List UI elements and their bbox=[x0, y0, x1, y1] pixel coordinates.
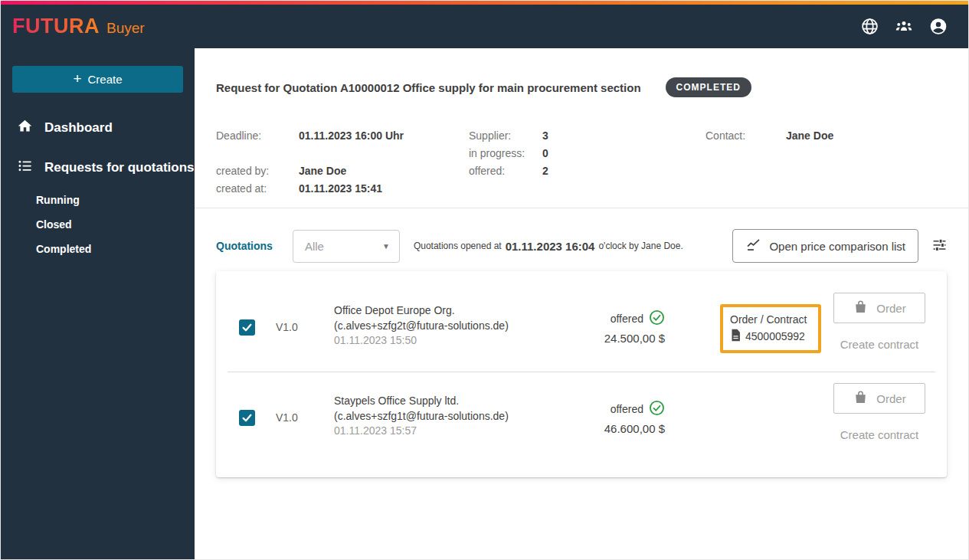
order-button-label: Order bbox=[876, 392, 905, 405]
deadline-value: 01.11.2023 16:00 Uhr bbox=[299, 129, 404, 142]
quotations-card: V1.0 Office Depot Europe Org. (c.alves+s… bbox=[216, 271, 947, 477]
offer-status: offered bbox=[611, 403, 643, 415]
create-contract-link[interactable]: Create contract bbox=[840, 428, 919, 441]
app-window: FUTURA Buyer bbox=[0, 0, 969, 560]
check-icon bbox=[241, 322, 253, 333]
title-row: Request for Quotation A10000012 Office s… bbox=[216, 77, 947, 97]
sidebar-item-label: Requests for quotations bbox=[44, 160, 195, 175]
quotation-row: V1.0 Office Depot Europe Org. (c.alves+s… bbox=[216, 282, 947, 372]
list-icon bbox=[17, 158, 33, 178]
create-contract-link[interactable]: Create contract bbox=[840, 338, 919, 351]
bag-icon bbox=[853, 299, 869, 317]
order-contract-number[interactable]: 4500005992 bbox=[745, 330, 805, 342]
main-content: Request for Quotation A10000012 Office s… bbox=[195, 48, 968, 559]
opened-suffix: o'clock by Jane Doe. bbox=[598, 241, 683, 251]
quotations-toolbar: Quotations Alle ▼ Quotations opened at 0… bbox=[216, 228, 947, 264]
supplier-info: Office Depot Europe Org. (c.alves+szfg2t… bbox=[334, 303, 587, 349]
supplier-email: (c.alves+szfg2t@futura-solutions.de) bbox=[334, 319, 587, 334]
filter-settings-button[interactable] bbox=[932, 237, 947, 254]
tune-icon bbox=[932, 237, 947, 254]
order-contract-box[interactable]: Order / Contract 4500005992 bbox=[720, 304, 821, 353]
chevron-down-icon: ▼ bbox=[382, 242, 390, 251]
open-price-comparison-label: Open price comparison list bbox=[769, 240, 905, 253]
sidebar-item-running[interactable]: Running bbox=[1, 188, 195, 212]
sidebar: + Create Dashboard bbox=[1, 48, 195, 559]
check-circle-icon bbox=[649, 309, 665, 328]
order-contract-label: Order / Contract bbox=[730, 313, 811, 326]
quotations-filter-select[interactable]: Alle ▼ bbox=[293, 230, 400, 263]
globe-icon[interactable] bbox=[859, 17, 879, 37]
created-by-value: Jane Doe bbox=[299, 165, 346, 177]
offer-status: offered bbox=[611, 313, 643, 325]
created-at-value: 01.11.2023 15:41 bbox=[299, 182, 382, 195]
sidebar-item-label: Dashboard bbox=[44, 120, 113, 136]
offer-price: 24.500,00 $ bbox=[587, 332, 665, 345]
page-title: Request for Quotation A10000012 Office s… bbox=[216, 81, 641, 94]
document-icon bbox=[730, 329, 741, 344]
chart-icon bbox=[745, 237, 761, 255]
supplier-name: Office Depot Europe Org. bbox=[334, 303, 587, 319]
quotation-checkbox[interactable] bbox=[239, 410, 255, 426]
deadline-label: Deadline: bbox=[216, 129, 261, 142]
account-icon[interactable] bbox=[928, 17, 948, 37]
plus-icon: + bbox=[73, 71, 81, 86]
sidebar-item-completed[interactable]: Completed bbox=[1, 237, 195, 261]
home-icon bbox=[17, 118, 33, 138]
section-divider bbox=[195, 208, 968, 208]
supplier-info: Staypels Office Supply ltd. (c.alves+szf… bbox=[334, 394, 587, 439]
order-button-label: Order bbox=[876, 302, 905, 315]
opened-prefix: Quotations opened at bbox=[414, 241, 502, 251]
created-at-label: created at: bbox=[216, 182, 267, 195]
sidebar-item-closed[interactable]: Closed bbox=[1, 212, 195, 237]
supplier-name: Staypels Office Supply ltd. bbox=[334, 394, 587, 409]
offer-price: 46.600,00 $ bbox=[587, 422, 665, 435]
quotations-section-label: Quotations bbox=[216, 240, 273, 252]
order-button[interactable]: Order bbox=[833, 383, 925, 414]
logo-futura-text: FUTURA bbox=[12, 15, 100, 38]
row-actions: Order Create contract bbox=[833, 383, 925, 441]
status-badge: COMPLETED bbox=[666, 77, 751, 97]
row-actions: Order Create contract bbox=[833, 293, 925, 351]
check-icon bbox=[241, 412, 253, 424]
order-button[interactable]: Order bbox=[833, 293, 925, 323]
supplier-count-label: Supplier: bbox=[469, 129, 511, 142]
topbar-icons bbox=[859, 17, 948, 37]
offer-status-block: offered 24.500,00 $ bbox=[587, 309, 665, 345]
sidebar-item-dashboard[interactable]: Dashboard bbox=[1, 108, 195, 148]
create-button-label: Create bbox=[88, 73, 123, 86]
submitted-at: 01.11.2023 15:57 bbox=[334, 424, 587, 439]
offered-count-value: 2 bbox=[542, 165, 548, 177]
sidebar-nav: Dashboard Requests for quotations Runnin… bbox=[1, 108, 195, 261]
created-by-label: created by: bbox=[216, 165, 269, 177]
opened-time: 01.11.2023 16:04 bbox=[506, 240, 595, 253]
quotation-row: V1.0 Staypels Office Supply ltd. (c.alve… bbox=[216, 372, 947, 462]
sidebar-item-requests-for-quotations[interactable]: Requests for quotations bbox=[1, 148, 195, 188]
create-button[interactable]: + Create bbox=[12, 66, 183, 93]
contact-value: Jane Doe bbox=[786, 129, 833, 142]
bag-icon bbox=[853, 389, 869, 408]
submitted-at: 01.11.2023 15:50 bbox=[334, 333, 587, 349]
app-logo[interactable]: FUTURA Buyer bbox=[12, 15, 145, 38]
team-icon[interactable] bbox=[894, 17, 914, 37]
supplier-count-value: 3 bbox=[542, 129, 548, 142]
supplier-email: (c.alves+szfg1t@futura-solutions.de) bbox=[334, 409, 587, 424]
in-progress-label: in progress: bbox=[469, 147, 525, 159]
topbar: FUTURA Buyer bbox=[1, 1, 968, 48]
open-price-comparison-button[interactable]: Open price comparison list bbox=[732, 229, 918, 263]
rfq-details: Deadline: 01.11.2023 16:00 Uhr created b… bbox=[216, 126, 947, 200]
filter-selected-value: Alle bbox=[305, 240, 324, 253]
in-progress-value: 0 bbox=[542, 147, 548, 159]
contact-label: Contact: bbox=[705, 129, 745, 142]
offered-count-label: offered: bbox=[469, 165, 505, 177]
quotation-checkbox[interactable] bbox=[239, 319, 255, 336]
quotations-opened-info: Quotations opened at 01.11.2023 16:04 o'… bbox=[414, 240, 683, 253]
quotation-version: V1.0 bbox=[276, 411, 308, 424]
check-circle-icon bbox=[649, 400, 665, 418]
quotation-version: V1.0 bbox=[276, 321, 308, 333]
offer-status-block: offered 46.600,00 $ bbox=[587, 400, 665, 435]
logo-buyer-text: Buyer bbox=[106, 20, 145, 37]
brand-gradient-bar bbox=[1, 1, 968, 5]
